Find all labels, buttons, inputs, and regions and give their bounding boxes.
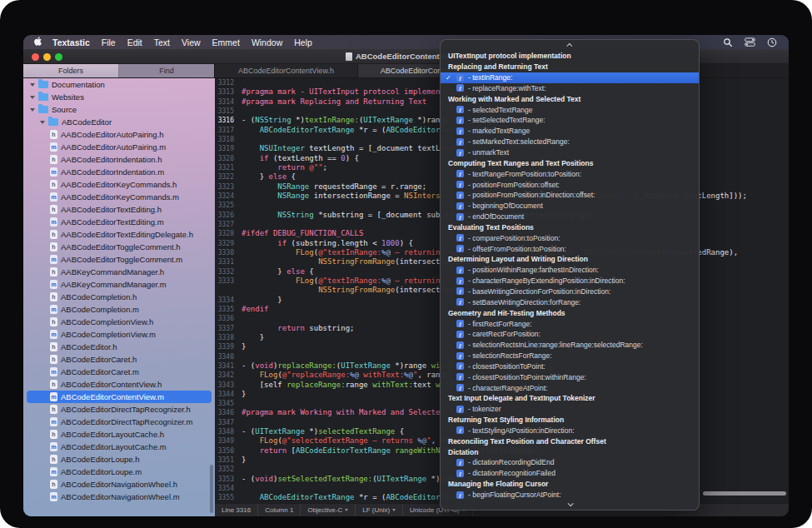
popup-item[interactable]: f- positionFromPosition:offset: [441,179,699,190]
tree-file[interactable]: hABCodeEditorContentView.h [23,378,215,391]
popup-item[interactable]: f- positionWithinRange:farthestInDirecti… [441,265,699,276]
tree-file[interactable]: mAABCodeEditorTextEditing.m [23,216,215,228]
tree-file[interactable]: hAABCodeEditorAutoPairing.h [23,128,215,141]
tree-file[interactable]: mABCodeEditorLoupe.m [23,466,215,478]
status-item[interactable]: Objective-C [301,504,356,516]
disclosure-triangle-icon[interactable] [40,121,45,124]
menu-item-window[interactable]: Window [246,37,288,47]
tree-file[interactable]: hABCodeEditorNavigationWheel.h [23,478,215,491]
disclosure-triangle-icon[interactable] [30,96,35,99]
tree-folder[interactable]: Source [23,103,215,116]
sidebar-scrollbar[interactable] [210,465,213,513]
popup-item[interactable]: f- caretRectForPosition: [441,329,699,340]
control-center-icon[interactable] [745,37,755,47]
tree-file[interactable]: hABCodeCompletionView.h [23,316,215,328]
menu-item-edit[interactable]: Edit [122,37,148,47]
tree-file[interactable]: mAABCodeEditorIndentation.m [23,166,215,178]
sidebar-tab-find[interactable]: Find [119,64,215,77]
popup-item[interactable]: f- textRangeFromPosition:toPosition: [441,168,699,179]
status-item[interactable]: Line 3316 [215,504,258,516]
popup-item[interactable]: f- beginFloatingCursorAtPoint: [441,490,699,499]
close-button[interactable] [32,53,39,61]
file-tree-sidebar[interactable]: DocumentationWebsitesSourceABCodeEditorh… [23,78,215,516]
popup-item[interactable]: f- setMarkedText:selectedRange: [441,137,699,147]
document-proxy-icon[interactable] [346,52,352,61]
sidebar-tab-label: Find [159,67,174,75]
tree-file[interactable]: mAABCodeEditorKeyCommands.m [23,191,215,203]
search-icon[interactable] [723,37,733,47]
popup-item[interactable]: f- characterRangeAtPoint: [441,382,699,393]
clock-icon[interactable] [767,37,777,47]
popup-item[interactable]: f- markedTextRange [441,126,699,137]
popup-item[interactable]: f- closestPositionToPoint: [441,361,699,371]
tree-folder[interactable]: Websites [23,91,215,103]
popup-item[interactable]: ✓f- textInRange: [441,72,699,83]
tree-folder[interactable]: Documentation [23,78,215,91]
tree-file[interactable]: mABCodeEditorCaret.m [23,366,215,378]
tree-file[interactable]: hABCodeEditorLoupe.h [23,453,215,466]
app-menu[interactable]: Textastic [47,37,96,47]
popup-item[interactable]: f- selectionRectsForRange: [441,351,699,361]
tree-file[interactable]: hAABCodeEditorToggleComment.h [23,241,215,253]
disclosure-triangle-icon[interactable] [30,108,35,112]
popup-item[interactable]: f- textStylingAtPosition:inDirection: [441,426,699,436]
popup-item[interactable]: f- positionFromPosition:inDirection:offs… [441,190,699,201]
popup-item[interactable]: f- comparePosition:toPosition: [441,232,699,243]
tree-file[interactable]: mABCodeCompletion.m [23,303,215,316]
tree-file[interactable]: hAABCodeEditorTextEditingDelegate.h [23,228,215,241]
popup-item[interactable]: f- dictationRecordingDidEnd [441,457,699,468]
zoom-button[interactable] [55,53,62,61]
menu-item-emmet[interactable]: Emmet [207,37,246,47]
popup-item[interactable]: f- setSelectedTextRange: [441,115,699,126]
popup-item[interactable]: f- endOfDocument [441,212,699,222]
popup-item[interactable]: f- dictationRecognitionFailed [441,468,699,479]
status-item[interactable]: Column 1 [258,504,301,516]
popup-item[interactable]: f- setBaseWritingDirection:forRange: [441,296,699,307]
status-item[interactable]: LF (Unix) [356,504,403,516]
tree-file[interactable]: mAABCodeEditorAutoPairing.m [23,141,215,153]
line-number: 3328 [215,229,240,238]
code-text: #pragma mark - UITextInput protocol impl… [242,87,467,97]
tree-file[interactable]: hABCodeEditorDirectTapRecognizer.h [23,403,215,416]
tree-file[interactable]: hABCodeEditorLayoutCache.h [23,428,215,441]
tree-file[interactable]: hABCodeCompletion.h [23,291,215,303]
scroll-up-arrow[interactable] [441,40,699,51]
popup-item[interactable]: f- firstRectForRange: [441,318,699,329]
popup-item[interactable]: f- unmarkText [441,147,699,158]
line-number: 3319 [215,144,240,153]
tree-file[interactable]: mABCodeEditorContentView.m [27,391,212,403]
popup-item[interactable]: f- tokenizer [441,404,699,415]
apple-menu[interactable] [33,37,42,47]
popup-item[interactable]: f- replaceRange:withText: [441,83,699,94]
popup-item[interactable]: f- beginningOfDocument [441,201,699,212]
popup-item[interactable]: f- selectionRectsInLine:range:lineRange:… [441,340,699,351]
tree-file[interactable]: mAABKeyCommandManager.m [23,278,215,291]
popup-item[interactable]: f- closestPositionToPoint:withinRange: [441,371,699,382]
tree-file[interactable]: hAABCodeEditorTextEditing.h [23,203,215,216]
tree-file[interactable]: hAABKeyCommandManager.h [23,266,215,278]
minimize-button[interactable] [43,53,51,61]
tree-file[interactable]: hABCodeEditorCaret.h [23,353,215,366]
tree-file[interactable]: hAABCodeEditorKeyCommands.h [23,178,215,191]
tree-file[interactable]: mABCodeEditorNavigationWheel.m [23,491,215,503]
menu-item-view[interactable]: View [176,37,207,47]
popup-item[interactable]: f- selectedTextRange [441,104,699,115]
scroll-down-arrow[interactable] [441,499,699,510]
tree-file[interactable]: mAABCodeEditorToggleComment.m [23,253,215,266]
menu-item-help[interactable]: Help [288,37,318,47]
tree-file[interactable]: mABCodeEditorLayoutCache.m [23,441,215,453]
tree-file[interactable]: hABCodeEditor.h [23,341,215,353]
sidebar-tab-folders[interactable]: Folders [23,64,119,77]
editor-tab-header-file[interactable]: ABCodeEditorContentView.h [215,64,358,77]
tree-file[interactable]: mABCodeCompletionView.m [23,328,215,341]
disclosure-triangle-icon[interactable] [30,83,35,87]
menu-item-file[interactable]: File [96,37,122,47]
tree-folder[interactable]: ABCodeEditor [23,116,215,128]
popup-item[interactable]: f- characterRangeByExtendingPosition:inD… [441,276,699,286]
tree-file[interactable]: mABCodeEditorDirectTapRecognizer.m [23,416,215,428]
tree-file[interactable]: hAABCodeEditorIndentation.h [23,153,215,166]
popup-item[interactable]: f- offsetFromPosition:toPosition: [441,243,699,254]
popup-item[interactable]: f- baseWritingDirectionForPosition:inDir… [441,286,699,297]
menu-item-text[interactable]: Text [148,37,176,47]
horizontal-scrollbar[interactable] [703,491,786,496]
